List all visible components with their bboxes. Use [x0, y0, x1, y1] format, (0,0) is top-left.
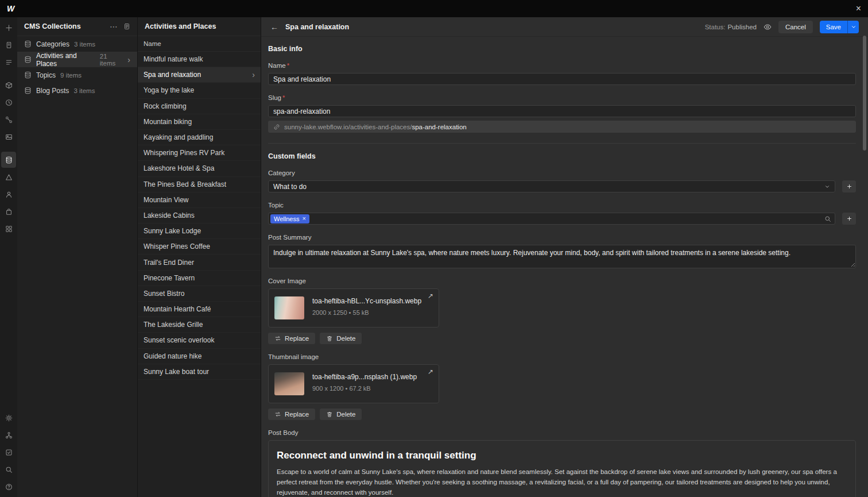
add-topic-button[interactable] — [842, 213, 856, 225]
collection-item-row[interactable]: Mountain biking — [138, 114, 261, 130]
collection-item-row[interactable]: Mountain View — [138, 192, 261, 208]
assets-icon[interactable] — [1, 129, 16, 145]
collection-item-row[interactable]: Spa and relaxation› — [138, 67, 261, 83]
custom-fields-heading: Custom fields — [268, 152, 856, 160]
collection-item-row[interactable]: Rock climbing — [138, 99, 261, 114]
slug-input[interactable] — [268, 105, 856, 117]
collection-item-row[interactable]: Sunset scenic overlook — [138, 333, 261, 348]
collection-items-list: Mindful nature walkSpa and relaxation›Yo… — [138, 52, 261, 497]
open-asset-icon[interactable]: ↗ — [428, 368, 433, 376]
components-icon[interactable] — [1, 77, 16, 93]
collection-item-row[interactable]: Yoga by the lake — [138, 83, 261, 98]
item-name: Lakeside Cabins — [144, 211, 195, 219]
settings-icon[interactable] — [1, 410, 16, 426]
collection-item-row[interactable]: Sunny Lake Lodge — [138, 224, 261, 239]
collection-item-row[interactable]: Trail's End Diner — [138, 255, 261, 270]
name-field-group: Name* — [268, 62, 856, 85]
thumbnail-file-name: toa-heftiba-a9p...nsplash (1).webp — [312, 373, 417, 381]
cms-collection-item[interactable]: Categories3 items — [17, 36, 137, 52]
topic-field[interactable]: Wellness × — [268, 213, 835, 225]
required-asterisk: * — [282, 94, 285, 101]
delete-thumbnail-button[interactable]: Delete — [320, 409, 362, 420]
open-asset-icon[interactable]: ↗ — [428, 292, 433, 300]
close-icon[interactable]: × — [856, 4, 861, 13]
vertical-scrollbar[interactable] — [863, 36, 866, 151]
trash-icon — [326, 335, 333, 342]
users-icon[interactable] — [1, 186, 16, 202]
collection-item-row[interactable]: Lakeshore Hotel & Spa — [138, 161, 261, 176]
item-name: Spa and relaxation — [144, 71, 201, 79]
replace-cover-button[interactable]: Replace — [268, 333, 315, 344]
item-name: The Lakeside Grille — [144, 321, 203, 329]
cms-icon[interactable] — [1, 152, 16, 168]
collection-item-row[interactable]: Kayaking and paddling — [138, 130, 261, 145]
item-editor-header: ← Spa and relaxation Status: Published C… — [261, 17, 868, 37]
cover-image-thumbnail[interactable] — [274, 296, 304, 319]
cms-collection-item[interactable]: Topics9 items — [17, 67, 137, 83]
webflow-logo-icon[interactable]: W — [7, 4, 14, 13]
item-name: Whispering Pines RV Park — [144, 149, 224, 157]
post-summary-textarea[interactable]: Indulge in ultimate relaxation at Sunny … — [268, 245, 856, 268]
search-icon[interactable] — [1, 461, 16, 477]
collection-name: Activities and Places — [36, 52, 95, 68]
variables-icon[interactable] — [1, 111, 16, 128]
collection-item-row[interactable]: Whispering Pines RV Park — [138, 145, 261, 161]
save-dropdown-icon[interactable] — [847, 21, 859, 33]
collection-item-row[interactable]: Mindful nature walk — [138, 52, 261, 67]
collection-item-row[interactable]: Whisper Pines Coffee — [138, 239, 261, 255]
topic-tag[interactable]: Wellness × — [270, 214, 309, 224]
database-icon — [24, 40, 32, 48]
add-category-button[interactable] — [842, 180, 856, 192]
status-badge: Status: Published — [705, 24, 757, 30]
cover-file-name: toa-heftiba-hBL...Yc-unsplash.webp — [312, 297, 421, 305]
cms-collection-item[interactable]: Activities and Places21 items› — [17, 52, 137, 67]
manage-collections-icon[interactable] — [123, 23, 130, 30]
preview-icon[interactable] — [764, 23, 772, 31]
save-button[interactable]: Save — [820, 21, 859, 33]
name-input[interactable] — [268, 73, 856, 85]
collection-item-row[interactable]: Guided nature hike — [138, 349, 261, 364]
collection-item-row[interactable]: Lakeside Cabins — [138, 208, 261, 224]
category-select[interactable]: What to do — [268, 180, 835, 192]
collection-item-row[interactable]: The Pines Bed & Breakfast — [138, 177, 261, 192]
more-options-icon[interactable]: ⋯ — [110, 22, 118, 30]
replace-thumbnail-button[interactable]: Replace — [268, 409, 315, 420]
collection-item-row[interactable]: Sunset Bistro — [138, 286, 261, 302]
delete-cover-button[interactable]: Delete — [320, 333, 362, 344]
name-column-header[interactable]: Name — [138, 36, 261, 52]
item-name: Sunset scenic overlook — [144, 336, 214, 344]
collection-item-row[interactable]: Mountain Hearth Café — [138, 302, 261, 317]
libraries-icon[interactable] — [1, 169, 16, 185]
collection-item-row[interactable]: Sunny Lake boat tour — [138, 364, 261, 380]
category-label: Category — [268, 169, 856, 176]
add-panel-icon[interactable] — [1, 20, 16, 36]
item-name: Trail's End Diner — [144, 259, 194, 267]
topic-field-group: Topic Wellness × — [268, 202, 856, 225]
apps-icon[interactable] — [1, 221, 16, 237]
back-icon[interactable]: ← — [270, 22, 278, 32]
pages-icon[interactable] — [1, 37, 16, 53]
save-button-label[interactable]: Save — [820, 21, 847, 33]
history-icon[interactable] — [1, 94, 16, 110]
integrations-icon[interactable] — [1, 427, 16, 443]
cms-collection-item[interactable]: Blog Posts3 items — [17, 83, 137, 98]
post-body-editor[interactable]: Reconnect and unwind in a tranquil setti… — [268, 440, 856, 497]
ecommerce-icon[interactable] — [1, 203, 16, 219]
item-name: Yoga by the lake — [144, 86, 194, 94]
cover-file-meta: 2000 x 1250 • 55 kB — [312, 309, 421, 316]
post-body-heading-1: Reconnect and unwind in a tranquil setti… — [277, 450, 847, 461]
url-slug: spa-and-relaxation — [412, 124, 466, 130]
collection-item-row[interactable]: Pinecone Tavern — [138, 271, 261, 286]
collection-item-row[interactable]: The Lakeside Grille — [138, 317, 261, 333]
navigator-icon[interactable] — [1, 54, 16, 70]
cancel-button[interactable]: Cancel — [778, 21, 813, 33]
audit-icon[interactable] — [1, 444, 16, 460]
item-name: Mindful nature walk — [144, 55, 203, 63]
remove-tag-icon[interactable]: × — [302, 215, 305, 222]
editor-header-actions: Status: Published Cancel Save — [705, 21, 859, 33]
help-icon[interactable] — [1, 479, 16, 495]
item-url-bar[interactable]: sunny-lake.webflow.io/activities-and-pla… — [268, 121, 856, 133]
cms-collections-header: CMS Collections ⋯ — [17, 17, 137, 36]
collection-items-title: Activities and Places — [145, 22, 216, 30]
thumbnail-image-thumbnail[interactable] — [274, 372, 304, 395]
